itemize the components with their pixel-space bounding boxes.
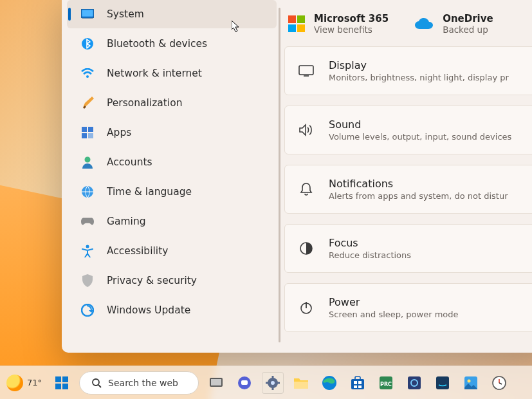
sidebar-item-apps[interactable]: Apps — [67, 118, 277, 147]
card-desc: Volume levels, output, input, sound devi… — [329, 132, 511, 142]
microsoft-icon — [288, 15, 305, 32]
power-icon — [298, 299, 315, 316]
card-title: Display — [329, 59, 509, 71]
taskbar-app-prime[interactable] — [432, 372, 454, 394]
taskbar-app-explorer[interactable] — [290, 372, 312, 394]
paintbrush-icon — [81, 97, 94, 109]
card-desc: Reduce distractions — [329, 250, 411, 260]
svg-rect-5 — [88, 127, 93, 132]
promo-m365[interactable]: Microsoft 365 View benefits — [288, 13, 389, 35]
svg-rect-46 — [408, 376, 421, 389]
svg-point-10 — [86, 245, 89, 248]
taskbar-app-store[interactable] — [347, 372, 369, 394]
weather-icon — [6, 375, 23, 391]
sidebar-item-time[interactable]: Time & language — [67, 178, 277, 206]
card-title: Sound — [329, 118, 511, 131]
svg-rect-43 — [358, 385, 362, 388]
taskbar-app-settings[interactable] — [262, 372, 284, 394]
svg-rect-48 — [436, 376, 449, 389]
taskbar-app-generic-2[interactable] — [403, 372, 425, 394]
person-icon — [81, 156, 94, 169]
sidebar-item-gaming[interactable]: Gaming — [67, 207, 277, 236]
sidebar-item-label: System — [107, 8, 144, 20]
svg-rect-40 — [354, 381, 357, 384]
card-desc: Screen and sleep, power mode — [329, 310, 459, 319]
sidebar-item-bluetooth[interactable]: Bluetooth & devices — [67, 30, 277, 58]
taskbar-weather[interactable]: 71° — [6, 375, 42, 391]
sidebar-item-label: Accessibility — [107, 245, 168, 257]
start-button[interactable] — [51, 372, 73, 394]
svg-rect-15 — [297, 24, 305, 32]
sidebar-item-label: Windows Update — [107, 304, 190, 316]
svg-point-50 — [468, 379, 471, 382]
card-sound[interactable]: Sound Volume levels, output, input, soun… — [284, 106, 532, 154]
sidebar-item-accessibility[interactable]: Accessibility — [67, 237, 277, 265]
svg-rect-30 — [241, 380, 248, 385]
sidebar-scrollbar[interactable] — [279, 8, 280, 342]
card-power[interactable]: Power Screen and sleep, power mode — [284, 283, 532, 332]
svg-rect-21 — [55, 376, 61, 382]
svg-point-8 — [85, 157, 91, 163]
sidebar-item-accounts[interactable]: Accounts — [67, 148, 277, 176]
sidebar-item-label: Gaming — [107, 216, 146, 227]
taskbar: 71° Search the web PRC — [0, 366, 532, 399]
sidebar-item-update[interactable]: Windows Update — [67, 296, 277, 324]
card-desc: Monitors, brightness, night light, displ… — [329, 73, 509, 82]
svg-rect-24 — [62, 384, 68, 389]
search-icon — [91, 378, 102, 388]
promo-onedrive[interactable]: OneDrive Backed up — [414, 13, 493, 35]
speaker-icon — [298, 122, 315, 138]
taskbar-app-clock[interactable] — [488, 372, 510, 394]
card-desc: Alerts from apps and system, do not dist… — [329, 191, 508, 201]
svg-rect-22 — [62, 376, 68, 382]
sidebar-item-system[interactable]: System — [67, 0, 277, 28]
chat-button[interactable] — [234, 372, 255, 394]
card-title: Notifications — [329, 178, 508, 190]
card-focus[interactable]: Focus Reduce distractions — [284, 224, 532, 273]
sidebar-item-label: Privacy & security — [107, 275, 197, 286]
svg-rect-23 — [55, 384, 61, 389]
card-title: Power — [329, 296, 459, 308]
apps-icon — [81, 126, 94, 139]
svg-line-26 — [98, 385, 101, 387]
card-title: Focus — [329, 237, 411, 249]
sidebar-item-label: Bluetooth & devices — [107, 38, 207, 50]
monitor-icon — [81, 8, 94, 21]
gamepad-icon — [81, 215, 94, 228]
sidebar-item-label: Accounts — [107, 156, 152, 168]
sidebar-item-personalization[interactable]: Personalization — [67, 89, 277, 117]
svg-rect-4 — [82, 127, 87, 132]
cloud-icon — [414, 17, 434, 30]
task-view-button[interactable] — [205, 372, 227, 394]
taskbar-app-photos[interactable] — [460, 372, 482, 394]
accessibility-icon — [81, 245, 94, 257]
svg-rect-14 — [288, 24, 296, 32]
svg-rect-37 — [294, 382, 308, 389]
svg-point-3 — [86, 75, 89, 78]
svg-rect-41 — [358, 381, 362, 384]
rename-link[interactable]: Rename — [428, 0, 466, 2]
card-display[interactable]: Display Monitors, brightness, night ligh… — [284, 46, 532, 95]
search-placeholder: Search the web — [108, 378, 178, 388]
bell-icon — [298, 181, 315, 198]
svg-rect-42 — [354, 385, 357, 388]
sidebar-item-label: Personalization — [107, 97, 183, 109]
globe-clock-icon — [81, 185, 94, 198]
display-icon — [298, 62, 315, 79]
taskbar-search[interactable]: Search the web — [79, 371, 199, 394]
svg-rect-39 — [351, 379, 364, 389]
sidebar-item-network[interactable]: Network & internet — [67, 59, 277, 88]
sidebar-item-label: Time & language — [107, 186, 192, 198]
promo-title: Microsoft 365 — [314, 13, 389, 24]
svg-rect-1 — [82, 10, 93, 17]
svg-rect-13 — [297, 15, 305, 23]
settings-content: Rename Microsoft 365 View benefits OneDr… — [282, 0, 532, 353]
sidebar-item-privacy[interactable]: Privacy & security — [67, 266, 277, 295]
taskbar-app-edge[interactable] — [318, 372, 340, 394]
taskbar-app-generic-1[interactable]: PRC — [375, 372, 397, 394]
card-notifications[interactable]: Notifications Alerts from apps and syste… — [284, 165, 532, 214]
settings-sidebar: System Bluetooth & devices Network & int… — [62, 0, 282, 353]
focus-icon — [298, 240, 315, 257]
promo-title: OneDrive — [443, 13, 493, 24]
svg-rect-16 — [299, 66, 313, 75]
